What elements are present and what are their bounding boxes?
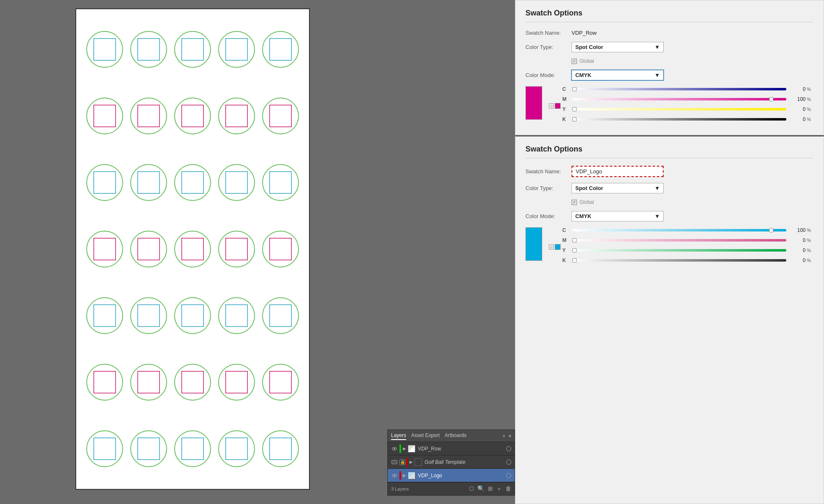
swatch-panel-top-title: Swatch Options	[525, 9, 814, 22]
slider-y-track-top[interactable]	[572, 108, 786, 111]
square-inner	[269, 171, 292, 194]
square-inner	[225, 304, 248, 327]
circle-outer	[130, 430, 167, 467]
layer-row-golf-ball[interactable]: 🔒 ▶ Golf Ball Template	[388, 455, 515, 469]
new-layer-icon[interactable]: ＋	[496, 485, 502, 493]
slider-m-track-top[interactable]	[572, 98, 786, 100]
slider-c-percent-top: %	[807, 87, 814, 92]
slider-m-percent-bottom: %	[807, 238, 814, 243]
layer-name-golf-ball: Golf Ball Template	[425, 459, 505, 465]
square-inner	[181, 238, 204, 260]
color-type-dropdown-top[interactable]: Spot Color ▼	[572, 42, 664, 52]
slider-c-handle-top[interactable]	[572, 87, 577, 91]
color-type-dropdown-bottom[interactable]: Spot Color ▼	[572, 183, 664, 193]
slider-k-track-top[interactable]	[572, 118, 786, 121]
tab-layers[interactable]: Layers	[391, 432, 406, 440]
artboard-cell	[216, 151, 257, 214]
square-inner	[137, 304, 160, 327]
artboard-cell	[173, 18, 213, 81]
slider-c-track-top[interactable]	[572, 88, 786, 90]
square-inner	[269, 437, 292, 460]
slider-k-handle-bottom[interactable]	[572, 258, 577, 262]
eye-icon-locked	[391, 460, 397, 464]
circle-outer	[130, 231, 167, 267]
circle-outer	[218, 430, 255, 467]
color-swatch-bottom[interactable]	[525, 227, 542, 261]
slider-m-value-bottom: 0	[790, 237, 806, 243]
layer-row-vdp-logo[interactable]: ▶ VDP_Logo	[388, 469, 515, 482]
layers-controls: « ≡	[502, 433, 511, 438]
circle-outer	[130, 364, 167, 401]
slider-y-percent-top: %	[807, 107, 814, 112]
slider-m-handle-bottom[interactable]	[572, 238, 577, 242]
search-icon[interactable]: 🔍	[477, 485, 484, 493]
new-layer-from-selection-icon[interactable]: ⬡	[469, 485, 474, 493]
eye-icon	[392, 447, 397, 450]
artboard-cell	[260, 417, 301, 481]
circle-outer	[86, 231, 123, 267]
color-swatch-top[interactable]	[525, 86, 542, 120]
slider-m-handle-top[interactable]	[769, 97, 773, 101]
layer-name-vdp-row: VDP_Row	[418, 446, 505, 452]
swatch-name-value-top: VDP_Row	[572, 30, 597, 36]
swatch-panel-bottom-title: Swatch Options	[525, 145, 814, 158]
color-mode-row-bottom: Color Mode: CMYK ▼	[525, 211, 814, 221]
square-inner	[181, 105, 204, 127]
square-inner	[269, 238, 292, 260]
circle-outer	[218, 231, 255, 267]
layer-row-vdp-row[interactable]: ▶ VDP_Row	[388, 442, 515, 455]
lock-icon[interactable]: 🔒	[399, 459, 405, 465]
square-inner	[269, 38, 292, 61]
visibility-toggle-vdp-logo[interactable]	[391, 474, 398, 477]
square-inner	[93, 238, 116, 260]
circle-outer	[174, 364, 211, 401]
slider-y-value-bottom: 0	[790, 247, 806, 253]
visibility-toggle-vdp-row[interactable]	[391, 447, 398, 450]
layer-target-vdp-row[interactable]	[506, 446, 511, 451]
circle-outer	[130, 98, 167, 134]
slider-k-label-bottom: K	[562, 257, 569, 263]
slider-y-handle-bottom[interactable]	[572, 248, 577, 252]
slider-k-percent-bottom: %	[807, 258, 814, 263]
artboard-cell	[216, 18, 257, 81]
slider-m-label-top: M	[562, 96, 569, 102]
slider-c-handle-bottom[interactable]	[769, 228, 773, 232]
square-inner	[93, 304, 116, 327]
artboard-cell	[85, 351, 125, 414]
slider-c-track-bottom[interactable]	[572, 229, 786, 231]
swatch-name-input-bottom[interactable]	[572, 166, 664, 177]
delete-layer-icon[interactable]: 🗑	[505, 485, 511, 493]
slider-c-label-bottom: C	[562, 227, 569, 233]
slider-k-track-bottom[interactable]	[572, 259, 786, 262]
expand-arrow[interactable]: ▶	[403, 446, 406, 451]
color-icon-bottom[interactable]: ⊞	[549, 244, 554, 249]
artboard-cell	[260, 284, 301, 347]
expand-arrow-logo[interactable]: ▶	[403, 473, 406, 478]
expand-arrow-golf[interactable]: ▶	[409, 460, 413, 464]
slider-y-track-bottom[interactable]	[572, 249, 786, 252]
layer-target-vdp-logo[interactable]	[506, 473, 511, 478]
artboard-cell	[85, 18, 125, 81]
chevron-down-icon-mode: ▼	[654, 72, 660, 78]
create-sublayer-icon[interactable]: ⊞	[488, 485, 493, 493]
tab-asset-export[interactable]: Asset Export	[411, 432, 440, 440]
layer-target-golf-ball[interactable]	[506, 460, 511, 465]
global-label-bottom: Global	[579, 199, 594, 205]
menu-icon[interactable]: ≡	[509, 433, 511, 438]
artboard-cell	[173, 284, 213, 347]
slider-m-track-bottom[interactable]	[572, 239, 786, 242]
artboard-cell	[260, 18, 301, 81]
global-checkbox-bottom[interactable]: ✓	[572, 200, 577, 205]
slider-c-bottom: C 100 %	[562, 227, 814, 233]
global-checkbox-top[interactable]: ✓	[572, 59, 577, 64]
circle-outer	[262, 364, 299, 401]
color-mode-dropdown-bottom[interactable]: CMYK ▼	[572, 211, 664, 221]
tab-artboards[interactable]: Artboards	[445, 432, 466, 440]
color-mode-dropdown-top[interactable]: CMYK ▼	[572, 70, 664, 80]
collapse-icon[interactable]: «	[502, 433, 505, 438]
color-sliders-top: ⊞ C 0 % M	[525, 86, 814, 126]
color-icon-top[interactable]: ⊞	[549, 103, 554, 108]
slider-k-handle-top[interactable]	[572, 117, 577, 121]
visibility-toggle-golf-ball[interactable]	[391, 460, 398, 464]
slider-y-handle-top[interactable]	[572, 107, 577, 111]
